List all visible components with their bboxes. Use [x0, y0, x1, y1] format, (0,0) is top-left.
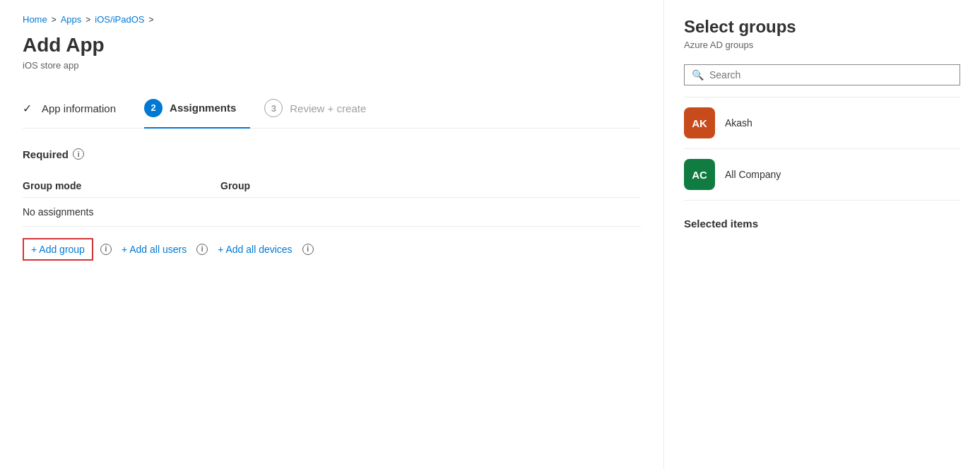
section-required: Required i: [23, 148, 641, 160]
breadcrumb-sep3: >: [148, 15, 153, 25]
breadcrumb-sep1: >: [52, 15, 57, 25]
search-input[interactable]: [709, 69, 952, 81]
breadcrumb-sep2: >: [85, 15, 90, 25]
add-group-info-icon[interactable]: i: [100, 244, 112, 255]
group-list: AK Akash AC All Company: [684, 97, 960, 201]
search-icon: 🔍: [692, 69, 704, 81]
add-buttons-row: + Add group i + Add all users i + Add al…: [23, 227, 641, 272]
add-group-button[interactable]: + Add group: [23, 238, 93, 261]
breadcrumb-home[interactable]: Home: [23, 14, 47, 25]
cell-group-empty: [220, 197, 641, 226]
page-subtitle: iOS store app: [23, 60, 641, 71]
wizard-step-app-information[interactable]: ✓ App information: [23, 93, 130, 125]
step-number-review-create: 3: [264, 99, 283, 117]
breadcrumb-apps[interactable]: Apps: [61, 14, 82, 25]
step-label-review-create: Review + create: [290, 102, 366, 114]
col-header-group: Group: [220, 174, 641, 198]
step-number-assignments: 2: [144, 99, 163, 117]
add-all-devices-info-icon[interactable]: i: [302, 244, 314, 255]
checkmark-icon: ✓: [23, 102, 32, 115]
breadcrumb-platform[interactable]: iOS/iPadOS: [95, 14, 144, 25]
group-name-all-company: All Company: [725, 169, 781, 180]
required-info-icon[interactable]: i: [73, 148, 84, 160]
left-panel: Home > Apps > iOS/iPadOS > Add App iOS s…: [0, 0, 664, 469]
assignments-table: Group mode Group No assignments: [23, 174, 641, 227]
add-all-users-info-icon[interactable]: i: [196, 244, 208, 255]
page-title: Add App: [23, 33, 641, 57]
required-label: Required: [23, 148, 69, 160]
group-item-all-company[interactable]: AC All Company: [684, 149, 960, 201]
cell-no-assignments: No assignments: [23, 197, 220, 226]
selected-items-title: Selected items: [684, 212, 960, 230]
panel-subtitle: Azure AD groups: [684, 40, 960, 50]
step-label-assignments: Assignments: [170, 102, 236, 114]
breadcrumb: Home > Apps > iOS/iPadOS >: [23, 14, 641, 25]
panel-title: Select groups: [684, 17, 960, 37]
add-all-users-button[interactable]: + Add all users: [119, 239, 189, 259]
wizard-steps: ✓ App information 2 Assignments 3 Review…: [23, 90, 641, 129]
search-box: 🔍: [684, 64, 960, 85]
step-label-app-information: App information: [42, 102, 116, 114]
avatar-akash: AK: [684, 107, 715, 138]
col-header-group-mode: Group mode: [23, 174, 220, 198]
wizard-step-assignments[interactable]: 2 Assignments: [144, 90, 250, 129]
right-panel: Select groups Azure AD groups 🔍 AK Akash…: [664, 0, 980, 469]
wizard-step-review-create[interactable]: 3 Review + create: [264, 90, 380, 127]
add-all-devices-button[interactable]: + Add all devices: [215, 239, 295, 259]
group-item-akash[interactable]: AK Akash: [684, 97, 960, 149]
avatar-all-company: AC: [684, 159, 715, 190]
table-row: No assignments: [23, 197, 641, 226]
group-name-akash: Akash: [725, 117, 752, 129]
